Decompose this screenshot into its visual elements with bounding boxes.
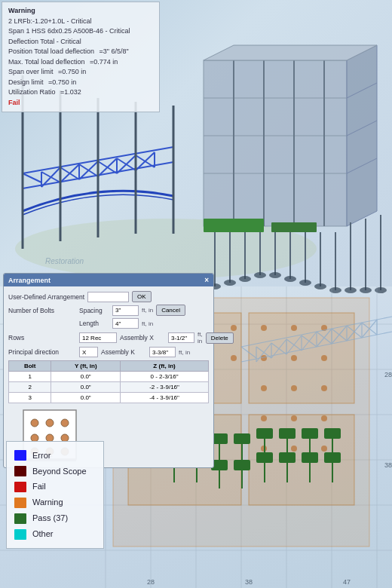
info-utilization-label: Utilization Ratio: [8, 88, 56, 96]
legend-item-other: Other: [14, 526, 96, 542]
dialog-close-button[interactable]: ×: [204, 276, 209, 284]
assembly-k-unit: ft, in: [179, 349, 190, 356]
length-row: Length ft, in: [8, 318, 209, 329]
principal-input[interactable]: [79, 347, 98, 357]
info-position-row: Position Total load deflection =3" 6/5/8…: [8, 47, 153, 57]
principal-row: Principal direction Assembly K ft, in: [8, 347, 209, 357]
pass-swatch: [14, 513, 26, 524]
spacing-label: Spacing: [79, 307, 109, 314]
info-max-deflection-label: Max. Total load deflection: [8, 58, 84, 66]
other-label: Other: [32, 526, 54, 542]
svg-point-180: [61, 419, 69, 427]
rows-label: Rows: [8, 334, 76, 341]
length-field-label: Length: [79, 320, 109, 327]
error-swatch: [14, 450, 26, 461]
svg-point-179: [46, 419, 54, 427]
bolt-table: Bolt Y (ft, in) Z (ft, in) 1 0.0" 0 - 2-…: [8, 360, 209, 403]
info-panel: Warning 2 LRFb:-1.20+1.0L - Critical Spa…: [2, 2, 160, 112]
assembly-k-input[interactable]: [149, 347, 176, 357]
info-line1: 2 LRFb:-1.20+1.0L - Critical: [8, 17, 153, 27]
legend-item-warning: Warning: [14, 495, 96, 510]
legend-item-error: Error: [14, 448, 96, 464]
info-line3: Deflection Total - Critical: [8, 37, 153, 47]
table-row: 1 0.0" 0 - 2-3/16": [9, 372, 209, 382]
dialog-title-bar: Arrangement ×: [4, 274, 213, 286]
dialog-title-label: Arrangement: [8, 277, 51, 284]
beyond-scope-label: Beyond Scope: [32, 464, 87, 479]
legend-item-beyond-scope: Beyond Scope: [14, 464, 96, 479]
bolt-arrangement-dialog[interactable]: Arrangement × User-Defined Arrangement O…: [3, 273, 214, 468]
info-max-deflection-row: Max. Total load deflection =0.774 in: [8, 57, 153, 68]
fail-label: Fail: [32, 479, 46, 495]
info-span-limit-label: Span over limit: [8, 68, 54, 75]
info-utilization-row: Utilization Ratio =1.032: [8, 87, 153, 98]
warning-swatch: [14, 498, 26, 508]
spacing-unit: ft, in: [142, 307, 153, 314]
assembly-x-unit: ft, in: [198, 331, 203, 345]
bolts-row: Number of Bolts Spacing ft, in Cancel: [8, 305, 209, 316]
legend-item-fail: Fail: [14, 479, 96, 495]
table-row: 3 0.0" -4 - 3-9/16": [9, 393, 209, 403]
cancel-button[interactable]: Cancel: [156, 305, 185, 316]
info-position-label: Position Total load deflection: [8, 47, 94, 55]
arrangement-row: User-Defined Arrangement OK: [8, 291, 209, 302]
ok-button[interactable]: OK: [132, 291, 152, 302]
info-title: Warning: [8, 6, 153, 17]
info-fail-status: Fail: [8, 98, 153, 109]
info-span-limit-row: Span over limit =0.750 in: [8, 67, 153, 78]
info-position-value: =3" 6/5/8": [99, 47, 128, 55]
info-span-limit-value: =0.750 in: [58, 68, 86, 75]
info-max-deflection-value: =0.774 in: [90, 58, 118, 66]
bolts-label: Number of Bolts: [8, 307, 76, 314]
table-header-bolt: Bolt: [9, 361, 51, 372]
pass-label: Pass (37): [32, 510, 68, 526]
info-design-limit-label: Design limit: [8, 78, 44, 86]
table-header-y: Y (ft, in): [51, 361, 121, 372]
principal-label: Principal direction: [8, 348, 76, 356]
assembly-k-label: Assembly K: [101, 348, 146, 356]
arrangement-input[interactable]: [87, 292, 129, 302]
length-unit: ft, in: [142, 320, 153, 327]
warning-label: Warning: [32, 495, 63, 510]
beyond-scope-swatch: [14, 466, 26, 476]
info-line2: Span 1 HSS 6dx0.25 A500B-46 - Critical: [8, 26, 153, 37]
spacing-input[interactable]: [112, 305, 139, 316]
fail-swatch: [14, 482, 26, 492]
other-swatch: [14, 529, 26, 540]
info-design-limit-value: =0.750 in: [48, 78, 76, 86]
legend-item-pass: Pass (37): [14, 510, 96, 526]
rows-input[interactable]: [79, 332, 117, 343]
delete-button[interactable]: Delete: [206, 332, 234, 344]
error-label: Error: [32, 448, 51, 464]
svg-point-178: [31, 419, 38, 427]
legend-box: Error Beyond Scope Fail Warning Pass (37…: [6, 441, 104, 549]
info-design-limit-row: Design limit =0.750 in: [8, 78, 153, 88]
rows-row: Rows Assembly X ft, in Delete: [8, 331, 209, 345]
assembly-x-input[interactable]: [168, 332, 194, 343]
length-input[interactable]: [112, 318, 139, 329]
table-row: 2 0.0" -2 - 3-9/16": [9, 382, 209, 393]
assembly-x-label: Assembly X: [120, 334, 165, 341]
arrangement-label: User-Defined Arrangement: [8, 293, 84, 301]
table-header-z: Z (ft, in): [121, 361, 209, 372]
info-utilization-value: =1.032: [60, 88, 81, 96]
